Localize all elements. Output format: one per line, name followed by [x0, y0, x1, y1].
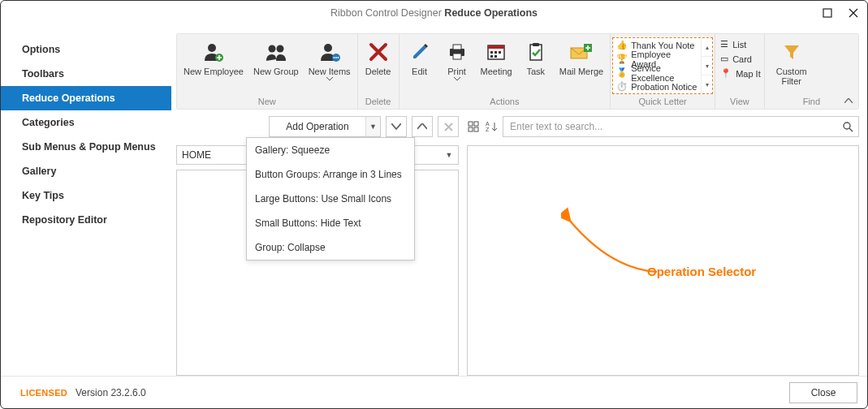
svg-point-1 [208, 44, 216, 52]
group-label-new: New [177, 94, 357, 109]
operation-option[interactable]: Group: Collapse [247, 235, 414, 260]
ribbon-group-delete: Delete Delete [358, 34, 399, 109]
svg-rect-19 [494, 55, 497, 58]
mail-merge-button[interactable]: Mail Merge [555, 37, 608, 94]
group-icon [263, 39, 289, 65]
sidebar-item-keytips[interactable]: Key Tips [1, 183, 171, 208]
new-employee-button[interactable]: New Employee [179, 37, 248, 94]
calendar-icon [483, 39, 509, 65]
svg-rect-20 [530, 45, 542, 60]
sidebar-item-repository[interactable]: Repository Editor [1, 208, 171, 232]
chevron-down-icon[interactable]: ▾ [702, 57, 712, 75]
trophy-icon: 🏆 [616, 54, 628, 64]
meeting-button[interactable]: Meeting [476, 37, 517, 94]
svg-point-30 [844, 123, 850, 129]
quick-letter-gallery[interactable]: 👍Thank You Note 🏆Employee Award 🏅Service… [612, 37, 713, 94]
svg-point-3 [268, 45, 275, 53]
print-button[interactable]: Print [438, 37, 476, 94]
close-button[interactable]: Close [789, 382, 857, 403]
add-operation-popup: Gallery: Squeeze Button Groups: Arrange … [246, 137, 415, 260]
quick-letter-item[interactable]: 🏅Service Excellence [613, 66, 701, 80]
clock-icon: ⏱️ [616, 81, 628, 92]
operation-option[interactable]: Small Buttons: Hide Text [247, 211, 414, 235]
move-down-button[interactable] [386, 116, 407, 137]
list-icon: ☰ [720, 39, 728, 50]
operation-option[interactable]: Button Groups: Arrange in 3 Lines [247, 162, 414, 187]
properties-pane: AZ Enter text to search... [467, 114, 859, 376]
view-list-button[interactable]: ☰List [720, 37, 761, 51]
svg-point-8 [335, 57, 337, 58]
window-maximize-button[interactable] [820, 6, 835, 20]
badge-icon: 🏅 [616, 67, 628, 78]
view-card-button[interactable]: ▭Card [720, 52, 761, 66]
ribbon-group-find: CustomFilter Find [765, 34, 858, 109]
svg-rect-0 [823, 9, 831, 17]
svg-rect-24 [469, 122, 473, 126]
svg-point-9 [337, 57, 339, 58]
operation-option[interactable]: Gallery: Squeeze [247, 138, 414, 162]
printer-icon [444, 39, 470, 65]
window-frame: Ribbon Control Designer Reduce Operation… [0, 0, 868, 409]
group-label-actions: Actions [399, 94, 611, 109]
delete-x-icon [365, 39, 391, 65]
svg-rect-17 [499, 51, 501, 54]
ribbon-collapse-button[interactable] [842, 94, 855, 107]
svg-rect-12 [453, 54, 461, 59]
move-up-button[interactable] [412, 116, 433, 137]
funnel-icon [779, 39, 805, 65]
map-pin-icon: 📍 [720, 68, 732, 79]
quick-letter-item[interactable]: ⏱️Probation Notice [613, 80, 701, 93]
ribbon-group-view: ☰List ▭Card 📍Map It View [715, 34, 765, 109]
search-icon [842, 121, 853, 132]
license-label: LICENSED [20, 388, 67, 398]
new-group-button[interactable]: New Group [248, 37, 304, 94]
window-close-button[interactable] [846, 6, 861, 20]
chevron-down-icon[interactable]: ▾ [702, 75, 712, 93]
svg-rect-11 [453, 45, 461, 50]
categorize-icon[interactable] [467, 117, 480, 136]
property-grid[interactable] [467, 145, 859, 376]
svg-text:Z: Z [486, 127, 490, 132]
card-icon: ▭ [720, 54, 728, 64]
ribbon-group-actions: Edit Print [399, 34, 611, 109]
gallery-spinner[interactable]: ▴ ▾ ▾ [701, 38, 712, 93]
operations-pane: Add Operation ▼ [176, 114, 459, 376]
svg-point-5 [324, 44, 332, 52]
version-label: Version 23.2.6.0 [76, 387, 146, 398]
chevron-down-icon [454, 77, 460, 81]
custom-filter-button[interactable]: CustomFilter [767, 37, 817, 94]
task-button[interactable]: Task [517, 37, 555, 94]
operation-option[interactable]: Large Buttons: Use Small Icons [247, 187, 414, 211]
sidebar-item-gallery[interactable]: Gallery [1, 159, 171, 183]
group-label-delete: Delete [358, 94, 399, 109]
remove-operation-button[interactable] [438, 116, 459, 137]
svg-rect-14 [488, 45, 504, 49]
add-operation-dropdown[interactable]: Add Operation ▼ [269, 116, 381, 137]
chevron-up-icon[interactable]: ▴ [702, 38, 712, 57]
title-main: Reduce Operations [444, 7, 538, 19]
main-area: New Employee New Group [171, 25, 867, 376]
new-items-button[interactable]: New Items [304, 37, 356, 94]
ribbon-group-quick-letter: 👍Thank You Note 🏆Employee Award 🏅Service… [611, 34, 715, 109]
person-more-icon [317, 39, 343, 65]
sidebar-item-toolbars[interactable]: Toolbars [1, 62, 171, 86]
sidebar-item-options[interactable]: Options [1, 37, 171, 62]
search-input[interactable]: Enter text to search... [503, 116, 859, 137]
sidebar-item-categories[interactable]: Categories [1, 110, 171, 135]
statusbar: LICENSED Version 23.2.6.0 Close [1, 376, 867, 408]
delete-button[interactable]: Delete [360, 37, 397, 94]
clipboard-check-icon [523, 39, 549, 65]
sort-alpha-icon[interactable]: AZ [485, 117, 498, 136]
chevron-down-icon: ▼ [365, 117, 380, 136]
sidebar-item-reduce-operations[interactable]: Reduce Operations [1, 86, 171, 110]
titlebar: Ribbon Control Designer Reduce Operation… [1, 1, 867, 25]
edit-button[interactable]: Edit [401, 37, 438, 94]
view-map-button[interactable]: 📍Map It [720, 67, 761, 80]
sidebar-item-submenus[interactable]: Sub Menus & Popup Menus [1, 135, 171, 159]
svg-point-7 [333, 57, 335, 58]
svg-rect-16 [494, 51, 497, 54]
thumbs-up-icon: 👍 [616, 40, 628, 50]
svg-rect-21 [533, 43, 539, 46]
title-prefix: Ribbon Control Designer [330, 7, 444, 19]
svg-point-4 [276, 45, 283, 53]
